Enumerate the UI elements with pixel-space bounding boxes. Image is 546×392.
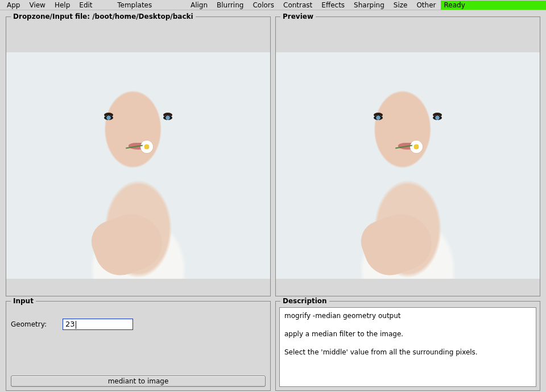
description-panel: Description mogrify -median geometry out… [275, 301, 540, 391]
menu-contrast[interactable]: Contrast [279, 1, 317, 10]
menu-other[interactable]: Other [412, 1, 440, 10]
input-image [6, 52, 270, 279]
geometry-value: 23 [65, 320, 75, 328]
description-title: Description [280, 297, 329, 305]
menu-edit[interactable]: Edit [75, 1, 97, 10]
dropzone-title: Dropzone/Input file: /boot/home/Desktop/… [11, 13, 196, 20]
input-panel: Input Geometry: 23 mediant to image [6, 301, 271, 391]
preview-panel: Preview [275, 16, 540, 296]
menu-effects[interactable]: Effects [317, 1, 349, 10]
geometry-input[interactable]: 23 [63, 319, 133, 330]
apply-button[interactable]: mediant to image [11, 376, 266, 387]
menu-view[interactable]: View [24, 1, 49, 10]
geometry-label: Geometry: [11, 320, 47, 328]
menu-size[interactable]: Size [389, 1, 412, 10]
workarea: Dropzone/Input file: /boot/home/Desktop/… [0, 10, 546, 392]
preview-title: Preview [280, 13, 316, 20]
menu-blurring[interactable]: Blurring [212, 1, 248, 10]
description-text[interactable]: mogrify -median geometry output apply a … [279, 307, 536, 387]
preview-image [276, 52, 540, 279]
input-title: Input [11, 297, 36, 305]
menu-templates[interactable]: Templates [113, 1, 156, 10]
menu-app[interactable]: App [2, 1, 24, 10]
menu-align[interactable]: Align [186, 1, 212, 10]
description-line: mogrify -median geometry output [284, 311, 531, 320]
description-line: apply a median filter to the image. [284, 329, 531, 339]
description-line: Select the 'middle' value from all the s… [284, 348, 531, 357]
menubar: App View Help Edit Templates Align Blurr… [0, 0, 546, 10]
status-bar: Ready [441, 1, 547, 10]
menu-help[interactable]: Help [50, 1, 75, 10]
text-caret-icon [76, 321, 76, 329]
menu-sharping[interactable]: Sharping [349, 1, 389, 10]
dropzone-panel[interactable]: Dropzone/Input file: /boot/home/Desktop/… [6, 16, 271, 296]
menu-colors[interactable]: Colors [248, 1, 279, 10]
